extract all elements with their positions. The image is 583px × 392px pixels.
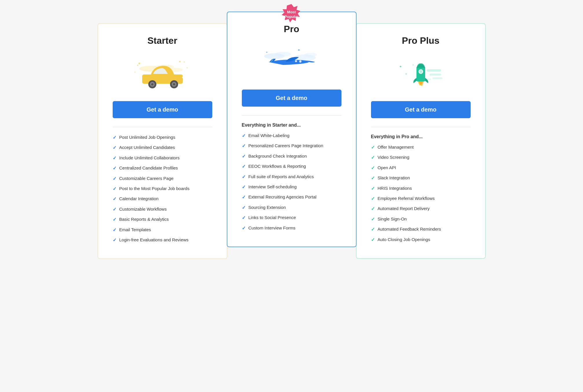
svg-rect-25 [427,69,441,72]
check-icon: ✓ [242,205,246,211]
feature-label: Login-free Evaluations and Reviews [119,237,189,243]
feature-item: ✓Links to Social Presence [242,214,341,221]
feature-label: Slack Integration [378,175,410,181]
check-icon: ✓ [113,196,116,202]
feature-label: Customizable Careers Page [119,175,174,181]
feature-label: HRIS Integrations [378,185,412,191]
svg-text:✦: ✦ [266,51,268,54]
svg-point-33 [419,70,422,73]
check-icon: ✓ [371,226,375,233]
check-icon: ✓ [242,153,246,160]
feature-label: Full suite of Reports and Analytics [248,174,314,180]
feature-item: ✓Full suite of Reports and Analytics [242,174,341,180]
feature-label: Single Sign-On [378,216,407,222]
feature-label: Links to Social Presence [248,214,296,220]
feature-item: ✓Customizable Careers Page [113,175,212,182]
feature-label: Open API [378,165,396,171]
pro-demo-button[interactable]: Get a demo [242,90,341,107]
feature-item: ✓Slack Integration [371,175,471,181]
pro-divider [242,115,341,116]
check-icon: ✓ [371,144,375,151]
feature-label: Auto Closing Job Openings [378,236,430,243]
feature-label: Centralized Candidate Profiles [119,165,178,171]
feature-label: Email White-Labeling [248,132,290,138]
starter-plan-card: Starter ✦ ✦ [98,23,227,259]
feature-label: Calendar Integration [119,196,159,202]
feature-label: External Recruiting Agencies Portal [248,194,317,200]
feature-item: ✓Interview Self-scheduling [242,184,341,190]
check-icon: ✓ [371,154,375,161]
feature-label: Post to the Most Popular Job boards [119,185,190,192]
pro-features-header: Everything in Starter and... [242,123,341,128]
svg-rect-27 [432,77,443,79]
check-icon: ✓ [371,185,375,192]
check-icon: ✓ [113,227,116,233]
pro-title: Pro [242,24,341,34]
feature-item: ✓EEOC Workflows & Reporting [242,163,341,170]
starter-illustration: ✦ ✦ [113,55,212,92]
feature-item: ✓Email White-Labeling [242,132,341,139]
most-popular-badge: Most Popular [281,4,302,25]
feature-label: Include Unlimited Collaborators [119,155,180,161]
starter-demo-button[interactable]: Get a demo [113,101,212,118]
feature-item: ✓Post Unlimited Job Openings [113,134,212,141]
feature-item: ✓Sourcing Extension [242,204,341,211]
feature-label: Accept Unlimited Candidates [119,144,175,150]
feature-item: ✓Automated Report Delivery [371,205,471,212]
check-icon: ✓ [113,186,116,192]
feature-item: ✓Personalized Careers Page Integration [242,143,341,149]
feature-label: Email Templates [119,227,151,233]
check-icon: ✓ [242,163,246,170]
feature-label: Post Unlimited Job Openings [119,134,175,140]
svg-rect-26 [430,74,441,76]
check-icon: ✓ [371,216,375,223]
feature-item: ✓Background Check Integration [242,153,341,160]
feature-item: ✓Accept Unlimited Candidates [113,144,212,151]
feature-label: Video Screening [378,154,410,160]
feature-label: EEOC Workflows & Reporting [248,163,306,169]
check-icon: ✓ [242,184,246,190]
svg-text:✦: ✦ [405,72,407,76]
proplus-features: ✓Offer Management ✓Video Screening ✓Open… [371,144,471,243]
svg-point-1 [184,61,185,63]
svg-text:✦: ✦ [178,60,181,64]
proplus-demo-button[interactable]: Get a demo [371,101,471,118]
svg-text:✦: ✦ [136,64,139,67]
feature-item: ✓Email Templates [113,227,212,233]
check-icon: ✓ [113,206,116,213]
pricing-container: Starter ✦ ✦ [98,12,486,259]
feature-label: Custom Interview Forms [248,225,296,231]
check-icon: ✓ [242,194,246,200]
feature-label: Background Check Integration [248,153,307,159]
feature-item: ✓Calendar Integration [113,196,212,202]
check-icon: ✓ [242,215,246,221]
feature-item: ✓Employee Referral Workflows [371,195,471,202]
check-icon: ✓ [242,143,246,149]
svg-point-18 [275,52,291,56]
check-icon: ✓ [371,175,375,181]
pro-features: ✓Email White-Labeling ✓Personalized Care… [242,132,341,231]
feature-label: Interview Self-scheduling [248,184,297,190]
starter-divider [113,127,212,127]
feature-item: ✓Automated Feedback Reminders [371,226,471,233]
check-icon: ✓ [242,174,246,180]
check-icon: ✓ [371,237,375,243]
feature-item: ✓Customizable Workflows [113,206,212,213]
proplus-illustration: ✦ ✦ ✦ [371,55,471,92]
svg-point-23 [299,60,301,63]
feature-label: Offer Management [378,144,414,150]
feature-item: ✓Basic Reports & Analytics [113,216,212,223]
feature-item: ✓Custom Interview Forms [242,225,341,231]
check-icon: ✓ [371,206,375,212]
feature-item: ✓Video Screening [371,154,471,161]
svg-point-15 [173,83,175,85]
check-icon: ✓ [113,155,116,161]
pro-plan-card: Most Popular Pro ✦ ✦ [227,12,357,247]
check-icon: ✓ [113,145,116,151]
feature-label: Personalized Careers Page Integration [248,143,324,149]
check-icon: ✓ [113,134,116,141]
check-icon: ✓ [242,225,246,231]
feature-item: ✓Login-free Evaluations and Reviews [113,237,212,243]
feature-item: ✓Centralized Candidate Profiles [113,165,212,172]
feature-label: Automated Feedback Reminders [378,226,441,232]
